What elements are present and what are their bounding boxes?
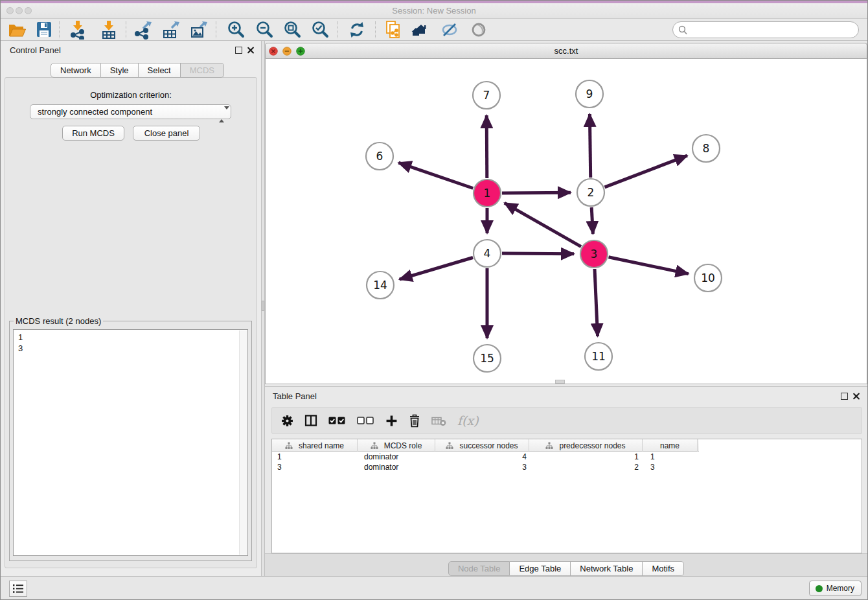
graph-edge-2-3[interactable]	[591, 207, 593, 234]
column-header-mcds-role[interactable]: MCDS role	[358, 439, 435, 452]
network-window-titlebar: scc.txt	[265, 43, 867, 59]
table-cell[interactable]: 2	[529, 462, 643, 472]
column-header-shared-name[interactable]: shared name	[272, 439, 358, 452]
export-network-button[interactable]	[133, 20, 153, 40]
export-image-button[interactable]	[189, 20, 209, 40]
column-label: predecessor nodes	[559, 441, 625, 450]
apply-layout-button[interactable]	[347, 20, 367, 40]
tab-node-table[interactable]: Node Table	[448, 561, 510, 576]
app-title: Session: New Session	[1, 6, 867, 16]
graph-edge-2-9[interactable]	[589, 114, 590, 178]
table-panel: Table Panel	[265, 386, 867, 576]
tab-select[interactable]: Select	[139, 63, 181, 78]
zoom-selected-button[interactable]	[310, 20, 330, 40]
create-column-button[interactable]	[385, 415, 398, 427]
table-cell[interactable]: 3	[643, 462, 698, 472]
column-label: MCDS role	[384, 441, 422, 450]
new-network-button[interactable]	[383, 20, 403, 40]
table-panel-float-button[interactable]	[841, 393, 848, 400]
zoom-in-button[interactable]	[226, 20, 246, 40]
optimization-criterion-label: Optimization criterion:	[5, 90, 257, 100]
deselect-all-button[interactable]	[357, 416, 374, 425]
trash-icon	[409, 414, 420, 428]
column-header-successor-nodes[interactable]: successor nodes	[435, 439, 529, 452]
import-network-icon	[68, 20, 87, 40]
table-panel-title: Table Panel	[273, 391, 317, 401]
tab-motifs[interactable]: Motifs	[643, 561, 684, 576]
task-history-button[interactable]	[9, 581, 27, 597]
table-cell[interactable]: 1	[643, 452, 698, 462]
save-session-button[interactable]	[34, 20, 54, 40]
table-cell[interactable]: 1	[272, 452, 358, 462]
main-toolbar	[1, 19, 867, 41]
table-settings-button[interactable]	[281, 415, 293, 427]
control-panel-float-button[interactable]	[235, 47, 242, 54]
memory-button[interactable]: Memory	[809, 581, 862, 596]
graph-edge-3-10[interactable]	[609, 257, 689, 274]
table-row[interactable]: 1dominator411	[272, 452, 862, 462]
import-network-button[interactable]	[68, 20, 87, 40]
fx-icon: f(x)	[457, 413, 479, 428]
birds-eye-view-button[interactable]	[469, 20, 488, 40]
column-type-icon	[371, 442, 378, 450]
unchecked-boxes-icon	[357, 416, 374, 425]
graph-edge-1-6[interactable]	[398, 163, 473, 188]
splitter-grip[interactable]	[262, 301, 264, 311]
close-panel-button[interactable]: Close panel	[133, 126, 200, 141]
delete-table-icon	[431, 415, 446, 426]
graph-edge-1-7[interactable]	[486, 115, 487, 178]
graph-edge-1-2[interactable]	[502, 192, 571, 193]
show-networks-button[interactable]	[411, 20, 431, 40]
column-header-predecessor-nodes[interactable]: predecessor nodes	[529, 439, 643, 452]
delete-column-button[interactable]	[409, 414, 420, 428]
table-cell[interactable]: dominator	[358, 452, 435, 462]
zoom-fit-button[interactable]	[282, 20, 302, 40]
graph-edge-3-1[interactable]	[505, 203, 581, 246]
graph-edge-2-8[interactable]	[605, 156, 688, 187]
network-graph: 7968124314101511	[266, 59, 868, 383]
node-table: shared name MCDS role successor nodes pr…	[271, 439, 862, 553]
graph-edge-4-14[interactable]	[400, 258, 473, 280]
mcds-result-fieldset: MCDS result (2 nodes) 1 3	[9, 316, 252, 561]
tab-edge-table[interactable]: Edge Table	[510, 561, 571, 576]
tab-mcds[interactable]: MCDS	[181, 63, 224, 78]
table-cell[interactable]: 3	[272, 462, 358, 472]
table-cell[interactable]: 3	[435, 462, 529, 472]
run-mcds-button[interactable]: Run MCDS	[62, 126, 124, 141]
import-table-button[interactable]	[99, 20, 119, 40]
zoom-out-button[interactable]	[255, 20, 274, 40]
optimization-criterion-select[interactable]: strongly connected component	[30, 104, 231, 119]
tab-network[interactable]: Network	[51, 63, 101, 78]
toggle-graphics-details-button[interactable]	[440, 20, 459, 40]
open-session-button[interactable]	[7, 20, 27, 40]
search-input[interactable]	[690, 23, 853, 37]
table-cell[interactable]: dominator	[358, 462, 435, 472]
toolbar-separator	[216, 21, 216, 38]
delete-table-button[interactable]	[431, 415, 446, 426]
table-panel-close-icon[interactable]	[852, 392, 860, 400]
table-row[interactable]: 3dominator323	[272, 462, 862, 472]
select-all-button[interactable]	[328, 416, 346, 425]
function-builder-button[interactable]: f(x)	[457, 413, 479, 428]
control-panel-close-icon[interactable]	[246, 46, 255, 54]
application-window: Session: New Session	[0, 0, 868, 600]
graph-edge-3-11[interactable]	[595, 269, 598, 336]
column-label: shared name	[299, 441, 344, 450]
table-cell[interactable]: 1	[529, 452, 643, 462]
graph-edge-4-3[interactable]	[502, 253, 574, 254]
column-header-name[interactable]: name	[643, 439, 698, 452]
graph-node-label: 4	[484, 247, 491, 260]
optimization-criterion-value: strongly connected component	[38, 107, 152, 117]
zoom-selected-icon	[310, 20, 330, 40]
mcds-result-list[interactable]: 1 3	[13, 329, 248, 556]
table-panel-header: Table Panel	[265, 387, 867, 406]
network-canvas[interactable]: 7968124314101511	[265, 59, 867, 384]
export-table-button[interactable]	[161, 20, 181, 40]
panel-splitter-horizontal[interactable]	[555, 380, 565, 384]
result-scrollbar[interactable]	[239, 330, 247, 555]
show-columns-button[interactable]	[304, 414, 317, 427]
tab-style[interactable]: Style	[101, 63, 139, 78]
table-cell[interactable]: 4	[435, 452, 529, 462]
tab-network-table[interactable]: Network Table	[571, 561, 643, 576]
houses-icon	[411, 20, 431, 40]
